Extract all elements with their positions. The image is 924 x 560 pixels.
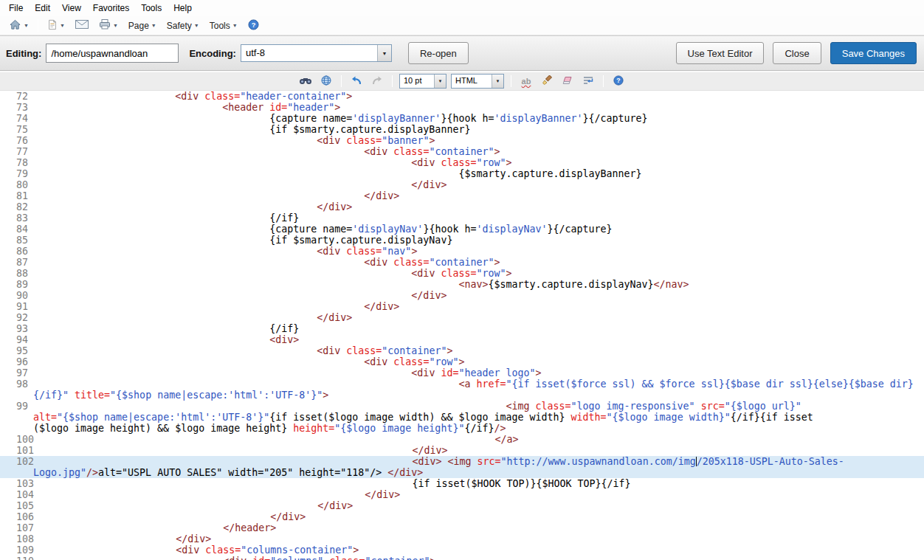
- code-row[interactable]: 95 <div class="container">: [0, 345, 924, 356]
- line-number: 108: [0, 533, 34, 545]
- code-line-text: <nav>{$smarty.capture.displayNav}</nav>: [33, 279, 924, 290]
- code-row[interactable]: 80 </div>: [0, 179, 924, 190]
- code-row[interactable]: alt="{$shop_name|escape:'html':'UTF-8'}"…: [0, 412, 924, 423]
- code-row[interactable]: 103 {if isset($HOOK_TOP)}{$HOOK_TOP}{/if…: [0, 478, 924, 489]
- print-icon: [99, 19, 111, 32]
- use-text-editor-button[interactable]: Use Text Editor: [676, 42, 765, 64]
- code-row[interactable]: 109 <div class="columns-container">: [0, 545, 924, 556]
- code-row[interactable]: 90 </div>: [0, 290, 924, 301]
- code-row[interactable]: 106 </div>: [0, 511, 924, 522]
- menu-tools[interactable]: Tools: [135, 1, 168, 15]
- code-row[interactable]: 84 {capture name='displayNav'}{hook h='d…: [0, 224, 924, 235]
- go-to-line-button[interactable]: [318, 74, 334, 89]
- code-line-text: <div class="container">: [33, 345, 924, 356]
- code-row[interactable]: {/if}" title="{$shop_name|escape:'html':…: [0, 390, 924, 401]
- code-row[interactable]: 87 <div class="container">: [0, 257, 924, 268]
- code-row[interactable]: 93 {/if}: [0, 323, 924, 334]
- chevron-down-icon: ▼: [492, 75, 503, 88]
- command-bar: ▼ ▼ ▼ Page ▼ Safety ▼ To: [0, 16, 924, 35]
- syntax-select[interactable]: HTML ▼: [451, 74, 504, 89]
- home-button[interactable]: ▼: [4, 18, 33, 34]
- code-row[interactable]: 92 </div>: [0, 312, 924, 323]
- code-row[interactable]: 85 {if $smarty.capture.displayNav}: [0, 235, 924, 246]
- code-row[interactable]: 105 </div>: [0, 500, 924, 511]
- menu-file[interactable]: File: [3, 1, 29, 15]
- chevron-down-icon: ▼: [377, 45, 391, 61]
- redo-icon: [371, 75, 383, 88]
- code-row[interactable]: 88 <div class="row">: [0, 268, 924, 279]
- page-menu-button[interactable]: Page ▼: [124, 18, 161, 34]
- line-number: 107: [0, 522, 34, 533]
- code-line-text: <div class="container">: [33, 257, 924, 268]
- line-number: 103: [0, 478, 34, 489]
- close-button[interactable]: Close: [773, 42, 821, 64]
- code-row[interactable]: 108 </div>: [0, 533, 924, 545]
- redo-button[interactable]: [369, 74, 385, 89]
- code-row[interactable]: 100 </a>: [0, 434, 924, 445]
- menu-favorites[interactable]: Favorites: [87, 1, 135, 15]
- menu-view[interactable]: View: [56, 1, 87, 15]
- menu-help[interactable]: Help: [168, 1, 198, 15]
- code-row[interactable]: Logo.jpg"/>alt="USPL AUTO SALES" width="…: [0, 467, 924, 478]
- code-row[interactable]: 81 </div>: [0, 190, 924, 201]
- code-row[interactable]: 72 <div class="header-container">: [0, 91, 924, 102]
- feed-button[interactable]: ▼: [43, 18, 69, 34]
- code-row[interactable]: 91 </div>: [0, 301, 924, 312]
- print-button[interactable]: ▼: [94, 18, 123, 34]
- code-row[interactable]: 107 </header>: [0, 522, 924, 533]
- code-row[interactable]: ($logo_image_height) && $logo_image_heig…: [0, 423, 924, 434]
- line-number: [0, 467, 33, 478]
- reset-highlight-button[interactable]: [559, 74, 576, 89]
- code-row[interactable]: 86 <div class="nav">: [0, 246, 924, 257]
- code-row[interactable]: 75 {if $smarty.capture.displayBanner}: [0, 124, 924, 135]
- encoding-select[interactable]: utf-8 ▼: [241, 44, 392, 62]
- code-row[interactable]: 78 <div class="row">: [0, 157, 924, 168]
- undo-button[interactable]: [348, 74, 365, 89]
- editor-help-button[interactable]: ?: [610, 74, 627, 89]
- reopen-button[interactable]: Re-open: [408, 42, 469, 64]
- code-row[interactable]: 89 <nav>{$smarty.capture.displayNav}</na…: [0, 279, 924, 290]
- line-number: 88: [0, 268, 33, 279]
- code-line-text: {$smarty.capture.displayBanner}: [33, 168, 924, 179]
- code-line-text: </div>: [33, 290, 924, 301]
- help-button[interactable]: ?: [244, 18, 263, 34]
- code-row[interactable]: 77 <div class="container">: [0, 146, 924, 157]
- code-row[interactable]: 110 <div id="columns" class="container">: [0, 556, 924, 560]
- code-row[interactable]: 99 <img class="logo img-responsive" src=…: [0, 401, 924, 412]
- code-row[interactable]: 82 </div>: [0, 201, 924, 212]
- code-line-text: </div>: [33, 179, 924, 190]
- search-button[interactable]: [297, 74, 314, 89]
- code-row[interactable]: 79 {$smarty.capture.displayBanner}: [0, 168, 924, 179]
- font-size-select[interactable]: 10 pt ▼: [399, 74, 447, 89]
- read-mail-button[interactable]: [71, 18, 93, 34]
- line-number: [0, 390, 33, 401]
- tools-menu-button[interactable]: Tools ▼: [205, 18, 242, 34]
- code-row[interactable]: 76 <div class="banner">: [0, 135, 924, 146]
- menu-edit[interactable]: Edit: [29, 1, 56, 15]
- code-row[interactable]: 73 <header id="header">: [0, 102, 924, 113]
- code-line-text: </div>: [33, 201, 924, 212]
- code-row[interactable]: 83 {/if}: [0, 212, 924, 224]
- code-row[interactable]: 101 </div>: [0, 445, 924, 456]
- save-changes-button[interactable]: Save Changes: [830, 42, 917, 64]
- code-row[interactable]: 98 <a href="{if isset($force_ssl) && $fo…: [0, 378, 924, 390]
- line-number: 104: [0, 489, 34, 500]
- code-row[interactable]: 94 <div>: [0, 334, 924, 345]
- code-row[interactable]: 96 <div class="row">: [0, 356, 924, 367]
- file-path-input[interactable]: [46, 44, 179, 63]
- line-number: 100: [0, 434, 34, 445]
- code-row[interactable]: 97 <div id="header_logo">: [0, 367, 924, 378]
- code-row[interactable]: 104 </div>: [0, 489, 924, 500]
- code-line-text: </div>: [34, 489, 924, 500]
- code-editor[interactable]: 72 <div class="header-container">73 <hea…: [0, 91, 924, 560]
- code-row[interactable]: 74 {capture name='displayBanner'}{hook h…: [0, 113, 924, 124]
- code-row[interactable]: 102 <div> <img src="http://www.uspawnand…: [0, 456, 924, 467]
- safety-menu-button[interactable]: Safety ▼: [162, 18, 204, 34]
- smooth-selection-button[interactable]: ab: [518, 74, 534, 89]
- code-line-text: <div class="row">: [33, 157, 924, 168]
- line-number: 109: [0, 545, 34, 556]
- highlight-toggle-button[interactable]: [539, 74, 555, 89]
- line-number: 79: [0, 168, 33, 179]
- code-line-text: ($logo_image_height) && $logo_image_heig…: [33, 423, 924, 434]
- word-wrap-button[interactable]: [580, 74, 596, 89]
